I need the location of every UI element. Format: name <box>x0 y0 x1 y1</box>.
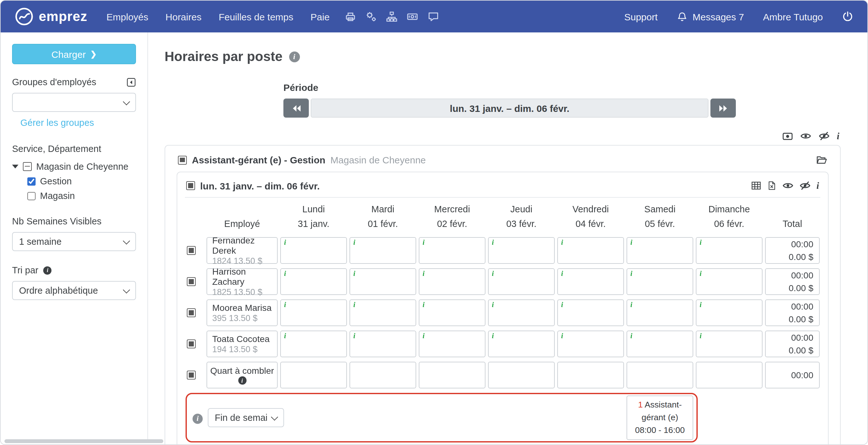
manage-groups-link[interactable]: Gérer les groupes <box>20 118 94 128</box>
support-link[interactable]: Support <box>624 11 658 22</box>
shift-cell[interactable]: i <box>349 299 416 326</box>
panel-toggle-icon[interactable] <box>178 155 187 164</box>
row-toggle-icon[interactable] <box>187 277 196 286</box>
shift-cell[interactable]: i <box>419 237 486 264</box>
chat-icon[interactable] <box>427 11 439 22</box>
nav-item-feuilles[interactable]: Feuilles de temps <box>219 11 293 22</box>
info-icon[interactable]: i <box>43 266 52 274</box>
info-icon[interactable]: i <box>238 376 246 385</box>
shift-cell[interactable]: i <box>696 331 763 357</box>
shift-cell[interactable]: i <box>557 268 624 295</box>
tree-item-gestion[interactable]: Gestion <box>27 176 136 186</box>
shift-cell[interactable]: i <box>557 237 624 264</box>
screen-view-icon[interactable] <box>782 131 793 142</box>
power-icon[interactable] <box>842 11 854 22</box>
position-panel-header: Assistant-gérant (e) - Gestion Magasin d… <box>177 152 829 172</box>
shift-cell[interactable] <box>696 362 763 388</box>
shift-cell[interactable]: i <box>349 331 416 357</box>
table-view-icon[interactable] <box>751 181 761 191</box>
shift-cell[interactable]: i <box>696 268 763 295</box>
nav-item-employes[interactable]: Employés <box>106 11 148 22</box>
shift-cell[interactable] <box>280 362 347 388</box>
gestion-label: Gestion <box>40 176 72 186</box>
charger-button[interactable]: Charger ❯ <box>12 44 136 64</box>
shift-cell[interactable]: i <box>696 299 763 326</box>
shift-cell[interactable]: i <box>280 237 347 264</box>
shift-cell[interactable]: i <box>557 299 624 326</box>
period-next-button[interactable] <box>710 98 736 118</box>
shift-cell[interactable]: i <box>626 237 693 264</box>
page-title: Horaires par poste <box>164 49 282 64</box>
user-menu[interactable]: Ambre Tutugo <box>763 11 823 22</box>
shift-info-icon: i <box>630 270 632 277</box>
shift-cell[interactable]: i <box>349 237 416 264</box>
gestion-checkbox[interactable] <box>27 177 36 185</box>
nav-item-paie[interactable]: Paie <box>310 11 330 22</box>
shift-cell[interactable] <box>349 362 416 388</box>
shift-cell[interactable] <box>419 362 486 388</box>
shift-cell[interactable]: i <box>349 268 416 295</box>
shift-cell[interactable]: i <box>488 237 555 264</box>
sitemap-icon[interactable] <box>386 11 397 22</box>
collapse-panel-icon[interactable] <box>126 77 136 87</box>
employee-column-header: Employé <box>207 203 278 233</box>
shift-cell[interactable]: i <box>626 268 693 295</box>
row-toggle-icon[interactable] <box>187 246 196 255</box>
tree-item-magasin[interactable]: Magasin <box>27 191 136 201</box>
messages-link[interactable]: Messages 7 <box>677 11 744 22</box>
info-icon[interactable]: i <box>192 412 203 424</box>
collapse-minus-icon[interactable] <box>23 162 32 171</box>
folder-open-icon[interactable] <box>816 154 827 165</box>
printer-icon[interactable] <box>345 11 355 22</box>
header-spacer <box>185 203 204 233</box>
shift-cell[interactable]: i <box>626 331 693 357</box>
week-title: lun. 31 janv. – dim. 06 févr. <box>200 180 320 191</box>
row-toggle-icon[interactable] <box>187 308 196 317</box>
double-arrow-right-icon <box>718 105 728 112</box>
settings-cogs-icon[interactable] <box>365 11 376 22</box>
shift-cell[interactable]: i <box>280 268 347 295</box>
shift-cell[interactable]: i <box>488 268 555 295</box>
shift-info-icon: i <box>492 301 494 308</box>
excel-export-icon[interactable] <box>767 181 776 191</box>
eye-slash-icon[interactable] <box>799 180 811 191</box>
shift-cell[interactable]: i <box>626 299 693 326</box>
shift-cell[interactable]: i <box>488 331 555 357</box>
shift-cell[interactable] <box>626 362 693 388</box>
info-icon[interactable]: i <box>816 181 819 190</box>
required-shift-badge[interactable]: 1Assistant-gérant (e) 08:00 - 16:00 <box>626 395 693 440</box>
period-prev-button[interactable] <box>283 98 309 118</box>
eye-slash-icon[interactable] <box>818 130 830 142</box>
info-icon[interactable]: i <box>837 131 839 141</box>
week-toggle-icon[interactable] <box>186 181 195 190</box>
total-cell: 00:00 0.00 $ <box>765 237 820 264</box>
money-icon[interactable] <box>406 11 418 22</box>
shift-cell[interactable]: i <box>280 299 347 326</box>
eye-icon[interactable] <box>800 130 811 142</box>
shift-cell[interactable]: i <box>419 268 486 295</box>
shift-cell[interactable]: i <box>280 331 347 357</box>
shift-cell[interactable] <box>488 362 555 388</box>
tree-root-label: Magasin de Cheyenne <box>36 161 128 172</box>
nav-item-horaires[interactable]: Horaires <box>165 11 202 22</box>
emprez-logo[interactable]: emprez <box>14 7 87 26</box>
employee-groups-select[interactable] <box>12 93 136 112</box>
weeks-visible-select[interactable]: 1 semaine <box>12 232 136 251</box>
row-toggle-icon[interactable] <box>187 339 196 348</box>
shift-cell[interactable]: i <box>419 331 486 357</box>
shift-cell[interactable]: i <box>557 331 624 357</box>
shift-cell[interactable]: i <box>488 299 555 326</box>
shift-info-icon: i <box>353 238 355 246</box>
row-toggle-icon[interactable] <box>187 370 196 380</box>
eye-icon[interactable] <box>782 180 794 191</box>
shift-cell[interactable]: i <box>419 299 486 326</box>
info-icon[interactable]: i <box>289 51 300 62</box>
horizontal-scrollbar[interactable] <box>4 439 163 443</box>
caret-down-icon[interactable] <box>12 165 19 169</box>
shift-cell[interactable] <box>557 362 624 388</box>
magasin-checkbox[interactable] <box>27 192 36 200</box>
shift-filter-select[interactable]: Fin de semai <box>208 408 284 427</box>
shift-cell[interactable]: i <box>696 237 763 264</box>
row-toggle <box>185 237 204 264</box>
sort-select[interactable]: Ordre alphabétique <box>12 281 136 300</box>
